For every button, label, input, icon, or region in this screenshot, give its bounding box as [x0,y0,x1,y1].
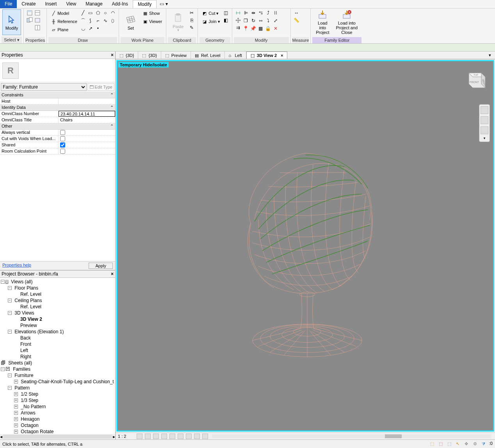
move-icon[interactable] [235,17,242,24]
tree-toggle[interactable]: − [8,373,12,377]
select-pinned-icon[interactable]: ⬚ [446,441,452,447]
model-line-button[interactable]: ╱Model [49,9,79,17]
group-identity[interactable]: Identity Data⌃ [0,105,115,111]
menu-create[interactable]: Create [17,0,40,8]
load-into-project-button[interactable]: Load into Project [313,9,332,35]
vc-lock-icon[interactable] [186,434,192,439]
vc-detail-icon[interactable] [137,434,142,439]
tree-toggle[interactable]: − [1,367,5,371]
edit-type-button[interactable]: 🗔Edit Type [87,83,114,91]
split-face-icon[interactable]: ◧ [223,17,230,24]
view-tab-left[interactable]: ⌂Left [225,52,246,59]
menu-file[interactable]: File [0,0,17,8]
align-icon[interactable]: ⊫ [242,9,249,16]
tree-toggle[interactable]: + [14,398,18,402]
copy-icon[interactable]: ⎘ [188,17,195,24]
tree-toggle[interactable]: + [14,417,18,421]
navigation-bar[interactable]: ▼ [479,104,490,142]
tree-toggle[interactable]: − [8,286,12,290]
family-types-icon[interactable] [34,9,41,16]
tree-toggle[interactable]: − [8,330,12,334]
view-tab-3dview2[interactable]: ⬚3D View 2× [246,52,288,59]
vc-shadows-icon[interactable] [161,434,167,439]
tree-toggle[interactable]: + [14,423,18,427]
background-icon[interactable]: ⚙ [472,441,478,447]
modify-button[interactable]: Modify [2,9,21,35]
draw-arc3-icon[interactable]: ⟆ [87,17,94,24]
view-tab-ref-level[interactable]: ▤Ref. Level [191,52,225,59]
mirror-pick-icon[interactable]: ⇿ [257,17,264,24]
tree-toggle[interactable]: − [8,386,12,390]
load-into-project-close-button[interactable]: Load into Project and Close [333,9,361,35]
prop-host[interactable]: Host [0,98,115,105]
type-properties-icon[interactable] [26,17,33,24]
vc-reveal-icon[interactable] [202,434,208,439]
room-calc-checkbox[interactable] [60,149,65,154]
shared-checkbox[interactable] [60,142,65,148]
menu-overflow[interactable]: ▭ ▾ [157,0,171,8]
copy-mod-icon[interactable]: ❐ [242,17,249,24]
menu-addins[interactable]: Add-Ins [107,0,133,8]
draw-fillet-icon[interactable]: ⌐ [94,17,101,24]
draw-partial-ellipse-icon[interactable]: ◡ [80,25,87,32]
pan-icon[interactable] [481,116,488,124]
view-scale[interactable]: 1 : 2 [118,434,134,439]
activate-dim-icon[interactable] [235,9,242,16]
draw-rect-icon[interactable]: ▭ [87,9,94,16]
close-tab-icon[interactable]: × [281,53,283,58]
prop-omni-number[interactable]: OmniClass Number23.40.20.14.14.11 [0,111,115,117]
reference-plane-button[interactable]: ▱Plane [49,26,79,34]
cope-icon[interactable]: ◫ [223,9,230,16]
viewport-3d[interactable]: Temporary Hide/Isolate TOP FRONT RIGHT ▼ [116,60,494,432]
tree-toggle[interactable]: + [14,380,18,384]
vc-visual-style-icon[interactable] [145,434,151,439]
zoom-icon[interactable] [481,126,488,134]
project-browser-close-icon[interactable]: × [111,271,114,277]
properties-close-icon[interactable]: × [111,52,114,58]
select-face-icon[interactable]: ↖ [455,441,461,447]
paste-button[interactable]: Paste▼ [169,9,187,35]
vc-sun-icon[interactable] [153,434,159,439]
offset-icon[interactable]: ⇉ [235,24,242,31]
select-group-label[interactable]: Select ▾ [2,37,22,43]
project-units-icon[interactable] [34,24,41,31]
steering-wheel-icon[interactable] [481,106,488,114]
mirror-axis-icon[interactable]: ⇹ [250,9,257,16]
array-icon[interactable]: ⁞⁞ [272,9,279,16]
prop-cut-voids[interactable]: Cut with Voids When Load... [0,136,115,142]
lock-icon[interactable]: 🔒 [265,25,272,32]
join-geometry-button[interactable]: ◪Join ▾ [200,18,221,25]
draw-line-icon[interactable]: ╱ [80,9,87,16]
draw-pick-icon[interactable]: ↗ [87,25,94,32]
tree-toggle[interactable]: + [14,430,18,434]
project-browser-tree[interactable]: −⌼ Views (all) − Floor Plans Ref. Level … [0,278,115,434]
viewer-button[interactable]: ▣Viewer [141,18,164,25]
prop-always-vertical[interactable]: Always vertical [0,130,115,136]
draw-point-icon[interactable]: • [94,25,101,32]
cut-voids-checkbox[interactable] [60,136,65,141]
family-select[interactable]: Family: Furniture [1,83,87,91]
show-workplane-button[interactable]: ▦Show [141,9,164,17]
cut-geometry-button[interactable]: ◩Cut ▾ [200,9,221,17]
chair-wireframe-model[interactable] [215,130,395,372]
menu-manage[interactable]: Manage [81,0,107,8]
vc-temp-hide-icon[interactable] [194,434,200,439]
draw-ellipse-icon[interactable]: ⬯ [109,17,116,24]
delete-icon[interactable]: ✕ [272,25,279,32]
prop-shared[interactable]: Shared [0,142,115,148]
match-icon[interactable]: ✎ [188,24,195,31]
rotate-icon[interactable]: ↻ [250,17,257,24]
tree-toggle[interactable]: − [8,311,12,315]
filter-icon[interactable]: ⧩ [481,441,487,447]
apply-button[interactable]: Apply [89,263,113,269]
select-underlay-icon[interactable]: ⬚ [438,441,444,447]
select-links-icon[interactable]: ⬚ [429,441,435,447]
split-icon[interactable]: ⥃ [257,9,264,16]
draw-arc2-icon[interactable]: ⌒ [80,17,87,24]
draw-arc-icon[interactable]: ◠ [109,9,116,16]
menu-insert[interactable]: Insert [40,0,61,8]
group-constraints[interactable]: Constraints⌃ [0,92,115,98]
draw-polygon-icon[interactable]: ⬠ [94,9,101,16]
always-vertical-checkbox[interactable] [60,130,65,135]
tree-toggle[interactable]: + [14,405,18,409]
